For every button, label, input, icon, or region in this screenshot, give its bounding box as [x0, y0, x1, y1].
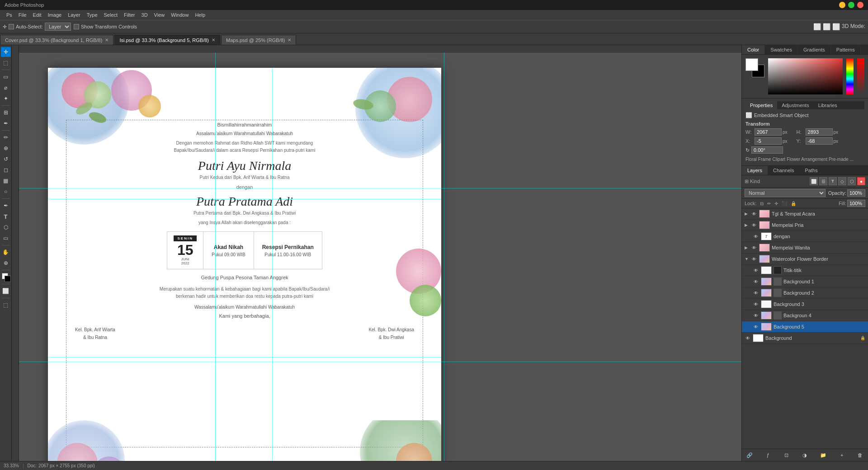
visibility-icon[interactable]: 👁 — [753, 301, 759, 307]
color-gradient-main[interactable] — [768, 58, 843, 94]
lock-position-icon[interactable]: ✛ — [774, 201, 778, 206]
expand-icon[interactable]: ▶ — [745, 245, 749, 250]
layer-mempelai-pria[interactable]: ▶ 👁 Mempelai Pria — [742, 220, 868, 231]
expand-icon[interactable]: ▶ — [745, 212, 749, 216]
wand-tool[interactable]: ✦ — [1, 94, 11, 103]
layer-folder-btn[interactable]: 📁 — [819, 451, 827, 459]
layer-select[interactable]: Layer — [45, 23, 71, 31]
menu-filter[interactable]: Filter — [121, 11, 137, 19]
menu-select[interactable]: Select — [101, 11, 121, 19]
layers-tab[interactable]: Layers — [742, 166, 768, 175]
fg-bg-colors[interactable] — [1, 272, 11, 282]
w-input[interactable] — [755, 128, 782, 136]
visibility-icon[interactable]: 👁 — [751, 244, 757, 251]
layer-bg5[interactable]: 👁 Background 5 — [742, 321, 868, 333]
lock-transparent-icon[interactable]: ⊟ — [760, 201, 764, 206]
brush-tool[interactable]: ✏ — [1, 132, 11, 142]
move-tool[interactable]: ✛ — [1, 47, 11, 57]
filter-shape-btn[interactable]: ◇ — [838, 177, 846, 185]
layer-watercolor-border[interactable]: ▼ 👁 Watercolor Flower Border — [742, 254, 868, 265]
lock-all-icon[interactable]: 🔒 — [791, 201, 796, 206]
visibility-icon[interactable]: 👁 — [753, 233, 759, 240]
color-tab[interactable]: Color — [742, 45, 765, 54]
layer-bg1[interactable]: 👁 Background 1 — [742, 276, 868, 287]
menu-edit[interactable]: Edit — [30, 11, 44, 19]
tab-isi-close[interactable]: ✕ — [212, 38, 215, 42]
visibility-icon[interactable]: 👁 — [745, 335, 751, 341]
menu-type[interactable]: Type — [84, 11, 100, 19]
fill-input[interactable] — [847, 200, 865, 207]
visibility-icon[interactable]: 👁 — [751, 211, 757, 217]
layer-bg3[interactable]: 👁 Background 3 — [742, 299, 868, 310]
tab-isi[interactable]: Isi.psd @ 33.3% (Background 5, RGB/8) ✕ — [114, 35, 220, 45]
shape-tool[interactable]: ▭ — [1, 233, 11, 243]
eyedropper-tool[interactable]: ✒ — [1, 118, 11, 128]
menu-window[interactable]: Window — [168, 11, 191, 19]
adjustments-tab[interactable]: Adjustments — [777, 101, 814, 109]
layer-titik[interactable]: 👁 Titik-titik — [742, 265, 868, 276]
tab-maps[interactable]: Maps.psd @ 25% (RGB/8) ✕ — [221, 35, 296, 45]
minimize-button[interactable] — [839, 2, 845, 8]
h-input[interactable] — [806, 128, 833, 136]
menu-file[interactable]: File — [16, 11, 29, 19]
menu-3d[interactable]: 3D — [139, 11, 151, 19]
opacity-input[interactable] — [847, 189, 865, 197]
visibility-icon[interactable]: 👁 — [751, 256, 757, 262]
filter-active-btn[interactable]: ● — [857, 177, 865, 185]
clone-tool[interactable]: ⊕ — [1, 143, 11, 153]
layer-link-btn[interactable]: 🔗 — [745, 451, 754, 459]
menu-help[interactable]: Help — [192, 11, 208, 19]
menu-image[interactable]: Image — [45, 11, 65, 19]
layer-tgl-tempat[interactable]: ▶ 👁 Tgl & Tempat Acara — [742, 208, 868, 220]
tab-maps-close[interactable]: ✕ — [288, 38, 291, 42]
gradients-tab[interactable]: Gradients — [798, 45, 831, 54]
visibility-icon[interactable]: 👁 — [753, 324, 759, 330]
layer-dengan[interactable]: 👁 T dengan — [742, 231, 868, 242]
maximize-button[interactable] — [848, 2, 854, 8]
layer-bg2[interactable]: 👁 Background 2 — [742, 287, 868, 299]
layer-adjustment-btn[interactable]: ◑ — [801, 451, 809, 459]
align-left-icon[interactable]: ⬜ — [813, 23, 821, 30]
pen-tool[interactable]: ✒ — [1, 201, 11, 211]
gradient-tool[interactable]: ▦ — [1, 176, 11, 186]
screen-mode-btn[interactable]: ⬚ — [1, 300, 11, 310]
y-input[interactable] — [806, 137, 833, 145]
lasso-tool[interactable]: ⌀ — [1, 83, 11, 93]
visibility-icon[interactable]: 👁 — [753, 312, 759, 319]
fg-bg-wrapper[interactable] — [745, 58, 764, 77]
layer-mempelai-wanita[interactable]: ▶ 👁 Mempelai Wanita — [742, 242, 868, 254]
visibility-icon[interactable]: 👁 — [753, 267, 759, 273]
blend-mode-select[interactable]: Normal Multiply Screen — [745, 189, 826, 197]
eraser-tool[interactable]: ◻ — [1, 165, 11, 175]
dodge-tool[interactable]: ○ — [1, 187, 11, 197]
layer-new-btn[interactable]: + — [838, 451, 846, 459]
align-center-icon[interactable]: ⬜ — [823, 23, 830, 30]
auto-select-checkbox[interactable] — [9, 24, 14, 29]
tab-cover-close[interactable]: ✕ — [105, 38, 108, 42]
marquee-tool[interactable]: ▭ — [1, 72, 11, 82]
tab-cover[interactable]: Cover.psd @ 33.3% (Background 1, RGB/8) … — [0, 35, 113, 45]
color-alpha-bar[interactable] — [857, 58, 864, 94]
layer-background[interactable]: 👁 Background 🔒 — [742, 333, 868, 344]
expand-icon[interactable]: ▶ — [745, 223, 749, 227]
visibility-icon[interactable]: 👁 — [753, 278, 759, 285]
x-input[interactable] — [755, 137, 782, 145]
channels-tab[interactable]: Channels — [768, 166, 799, 175]
visibility-icon[interactable]: 👁 — [751, 222, 757, 228]
history-tool[interactable]: ↺ — [1, 154, 11, 164]
close-button[interactable] — [857, 2, 863, 8]
hand-tool[interactable]: ✋ — [1, 247, 11, 257]
canvas-area[interactable]: Bismillahirrahmanirrahim Assalamu'alaiku… — [12, 45, 741, 461]
patterns-tab[interactable]: Patterns — [831, 45, 861, 54]
type-tool[interactable]: T — [1, 212, 11, 221]
path-tool[interactable]: ⬡ — [1, 222, 11, 232]
layer-delete-btn[interactable]: 🗑 — [856, 451, 864, 459]
layer-effect-btn[interactable]: ƒ — [764, 451, 772, 459]
filter-pixel-btn[interactable]: ⬜ — [810, 177, 818, 185]
properties-tab[interactable]: Properties — [745, 101, 777, 109]
layer-mask-btn[interactable]: ⊡ — [783, 451, 791, 459]
lock-artboard-icon[interactable]: ⬛ — [782, 201, 787, 206]
fg-color-box[interactable] — [745, 58, 758, 71]
show-transform-checkbox[interactable] — [74, 24, 79, 29]
menu-layer[interactable]: Layer — [65, 11, 83, 19]
